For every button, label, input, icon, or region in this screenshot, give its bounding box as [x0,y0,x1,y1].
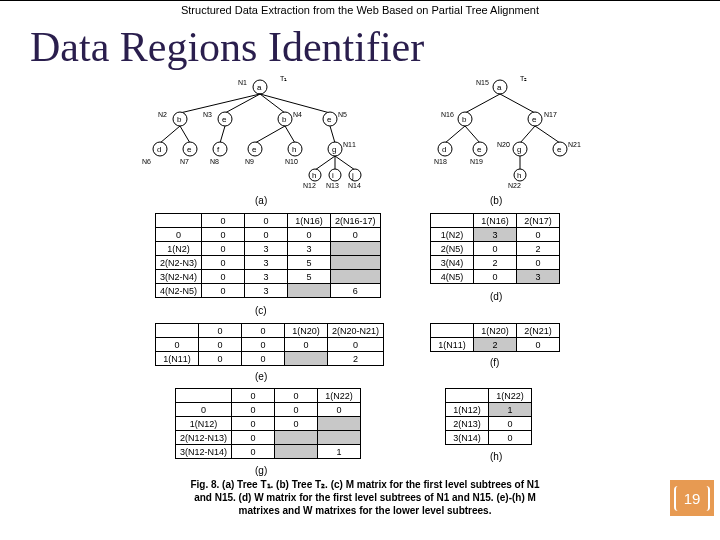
svg-text:T₂: T₂ [520,75,527,82]
svg-text:N11: N11 [343,141,356,148]
svg-text:i: i [332,171,334,180]
svg-text:b: b [462,115,467,124]
page-number-badge: 19 [670,480,714,516]
svg-line-60 [465,94,500,113]
svg-text:N20: N20 [497,141,510,148]
svg-text:N5: N5 [338,111,347,118]
header-subtitle: Structured Data Extraction from the Web … [0,0,720,19]
svg-text:N7: N7 [180,158,189,165]
table-g: 001(N22) 0000 1(N12)00 2(N12-N13)0 3(N12… [175,388,361,459]
svg-text:N17: N17 [544,111,557,118]
svg-line-20 [160,126,180,143]
svg-line-21 [180,126,190,143]
svg-line-23 [255,126,285,143]
svg-line-69 [465,126,480,143]
svg-text:N12: N12 [303,182,316,189]
svg-line-70 [520,126,535,143]
table-h: 1(N22) 1(N12)1 2(N13)0 3(N14)0 [445,388,532,445]
svg-line-44 [315,156,335,170]
svg-line-68 [445,126,465,143]
table-d: 1(N16)2(N17) 1(N2)30 2(N5)02 3(N4)20 4(N… [430,213,560,284]
svg-text:g: g [332,145,336,154]
table-c: 001(N16)2(N16-17) 00000 1(N2)033 2(N2-N3… [155,213,381,298]
svg-point-32 [213,142,227,156]
svg-text:a: a [497,83,502,92]
svg-text:N18: N18 [434,158,447,165]
svg-line-4 [180,94,260,113]
svg-line-25 [330,126,335,143]
tree-t2: T₂ aN15 bN16 eN17 dN18 eN19 gN20 eN21 hN… [420,73,600,183]
svg-line-46 [335,156,355,170]
label-e: (e) [255,371,267,382]
svg-text:e: e [252,145,257,154]
svg-text:N13: N13 [326,182,339,189]
svg-text:h: h [292,145,296,154]
svg-text:N10: N10 [285,158,298,165]
svg-text:e: e [557,145,562,154]
svg-text:e: e [222,115,227,124]
svg-text:d: d [157,145,161,154]
svg-line-22 [220,126,225,143]
table-e: 001(N20)2(N20-N21) 00000 1(N11)002 [155,323,384,366]
svg-line-5 [225,94,260,113]
svg-text:e: e [187,145,192,154]
figure-content: T₁ aN1 bN2 eN3 bN4 eN5 dN6 eN7 fN8 eN9 h… [0,73,720,503]
svg-line-71 [535,126,560,143]
svg-text:g: g [517,145,521,154]
label-b: (b) [490,195,502,206]
svg-text:d: d [442,145,446,154]
page-number: 19 [674,486,711,511]
table-f: 1(N20)2(N21) 1(N11)20 [430,323,560,352]
svg-text:N16: N16 [441,111,454,118]
page-title: Data Regions Identifier [0,19,720,73]
svg-text:N15: N15 [476,79,489,86]
label-g: (g) [255,465,267,476]
svg-text:N1: N1 [238,79,247,86]
svg-text:b: b [282,115,287,124]
svg-text:e: e [327,115,332,124]
svg-text:N9: N9 [245,158,254,165]
svg-text:h: h [517,171,521,180]
svg-text:N4: N4 [293,111,302,118]
label-f: (f) [490,357,499,368]
svg-line-61 [500,94,535,113]
svg-text:e: e [477,145,482,154]
svg-text:a: a [257,83,262,92]
svg-text:N6: N6 [142,158,151,165]
svg-text:N22: N22 [508,182,521,189]
svg-text:N8: N8 [210,158,219,165]
svg-text:N2: N2 [158,111,167,118]
label-d: (d) [490,291,502,302]
svg-text:N14: N14 [348,182,361,189]
svg-text:N19: N19 [470,158,483,165]
label-h: (h) [490,451,502,462]
tree-t1: T₁ aN1 bN2 eN3 bN4 eN5 dN6 eN7 fN8 eN9 h… [140,73,390,183]
label-c: (c) [255,305,267,316]
svg-text:b: b [177,115,182,124]
svg-text:N21: N21 [568,141,581,148]
svg-point-53 [349,169,361,181]
label-a: (a) [255,195,267,206]
svg-line-6 [260,94,285,113]
svg-line-24 [285,126,295,143]
svg-text:h: h [312,171,316,180]
svg-text:e: e [532,115,537,124]
figure-caption: Fig. 8. (a) Tree T₁. (b) Tree T₂. (c) M … [185,478,545,517]
svg-point-50 [329,169,341,181]
svg-text:N3: N3 [203,111,212,118]
svg-text:j: j [351,171,354,180]
svg-text:T₁: T₁ [280,75,287,82]
